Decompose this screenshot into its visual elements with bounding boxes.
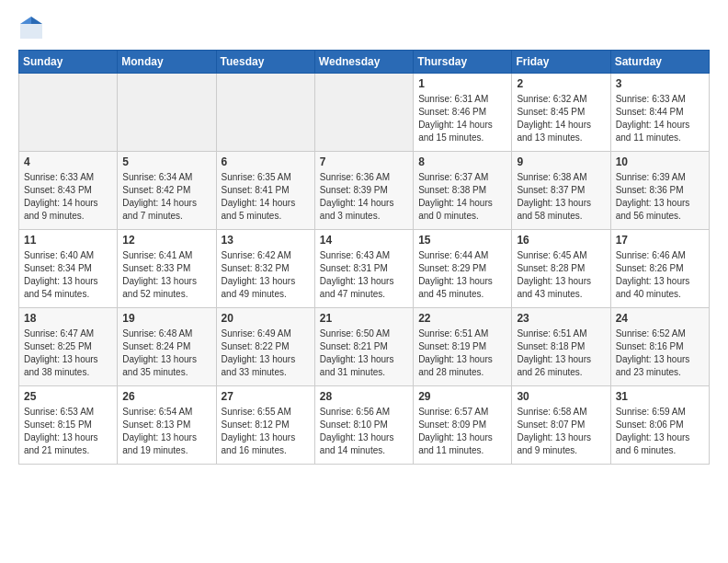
week-row-5: 25Sunrise: 6:53 AMSunset: 8:15 PMDayligh… xyxy=(19,386,710,465)
day-number: 10 xyxy=(616,155,704,168)
day-info: Sunrise: 6:49 AMSunset: 8:22 PMDaylight:… xyxy=(222,327,310,379)
day-info: Sunrise: 6:35 AMSunset: 8:41 PMDaylight:… xyxy=(222,171,310,223)
week-row-1: 1Sunrise: 6:31 AMSunset: 8:46 PMDaylight… xyxy=(19,74,710,152)
day-cell: 18Sunrise: 6:47 AMSunset: 8:25 PMDayligh… xyxy=(19,308,118,386)
day-cell xyxy=(216,74,314,152)
day-info: Sunrise: 6:48 AMSunset: 8:24 PMDaylight:… xyxy=(122,327,210,379)
day-info: Sunrise: 6:38 AMSunset: 8:37 PMDaylight:… xyxy=(517,171,605,223)
day-cell: 1Sunrise: 6:31 AMSunset: 8:46 PMDaylight… xyxy=(414,74,512,152)
day-info: Sunrise: 6:39 AMSunset: 8:36 PMDaylight:… xyxy=(616,171,704,223)
day-cell: 13Sunrise: 6:42 AMSunset: 8:32 PMDayligh… xyxy=(216,230,314,308)
day-info: Sunrise: 6:51 AMSunset: 8:18 PMDaylight:… xyxy=(517,327,605,379)
day-number: 25 xyxy=(24,390,112,403)
calendar-table: SundayMondayTuesdayWednesdayThursdayFrid… xyxy=(18,50,710,465)
day-number: 5 xyxy=(122,155,210,168)
day-cell: 9Sunrise: 6:38 AMSunset: 8:37 PMDaylight… xyxy=(512,152,610,230)
day-info: Sunrise: 6:31 AMSunset: 8:46 PMDaylight:… xyxy=(418,93,506,144)
calendar-header: SundayMondayTuesdayWednesdayThursdayFrid… xyxy=(19,51,710,74)
day-info: Sunrise: 6:52 AMSunset: 8:16 PMDaylight:… xyxy=(616,327,704,379)
day-info: Sunrise: 6:50 AMSunset: 8:21 PMDaylight:… xyxy=(320,327,408,379)
day-number: 30 xyxy=(517,390,605,403)
day-number: 16 xyxy=(517,234,605,247)
day-number: 6 xyxy=(222,155,310,168)
day-info: Sunrise: 6:57 AMSunset: 8:09 PMDaylight:… xyxy=(418,406,506,457)
day-info: Sunrise: 6:55 AMSunset: 8:12 PMDaylight:… xyxy=(222,406,310,457)
day-cell: 6Sunrise: 6:35 AMSunset: 8:41 PMDaylight… xyxy=(216,152,314,230)
day-info: Sunrise: 6:42 AMSunset: 8:32 PMDaylight:… xyxy=(222,249,310,301)
day-cell: 5Sunrise: 6:34 AMSunset: 8:42 PMDaylight… xyxy=(118,152,216,230)
logo xyxy=(18,15,48,40)
day-cell: 7Sunrise: 6:36 AMSunset: 8:39 PMDaylight… xyxy=(314,152,413,230)
day-cell: 22Sunrise: 6:51 AMSunset: 8:19 PMDayligh… xyxy=(414,308,512,386)
header xyxy=(18,15,710,40)
day-number: 4 xyxy=(24,155,112,168)
day-number: 27 xyxy=(222,390,310,403)
logo-icon xyxy=(18,15,44,40)
svg-marker-1 xyxy=(31,17,42,24)
day-info: Sunrise: 6:51 AMSunset: 8:19 PMDaylight:… xyxy=(418,327,506,379)
day-cell: 29Sunrise: 6:57 AMSunset: 8:09 PMDayligh… xyxy=(414,386,512,465)
week-row-4: 18Sunrise: 6:47 AMSunset: 8:25 PMDayligh… xyxy=(19,308,710,386)
header-cell-saturday: Saturday xyxy=(610,51,709,74)
day-number: 11 xyxy=(24,234,112,247)
day-cell: 8Sunrise: 6:37 AMSunset: 8:38 PMDaylight… xyxy=(414,152,512,230)
day-cell: 19Sunrise: 6:48 AMSunset: 8:24 PMDayligh… xyxy=(118,308,216,386)
header-cell-tuesday: Tuesday xyxy=(216,51,314,74)
svg-marker-2 xyxy=(20,17,31,24)
day-cell: 27Sunrise: 6:55 AMSunset: 8:12 PMDayligh… xyxy=(216,386,314,465)
day-number: 17 xyxy=(616,234,704,247)
day-number: 19 xyxy=(122,312,210,325)
day-info: Sunrise: 6:34 AMSunset: 8:42 PMDaylight:… xyxy=(122,171,210,223)
header-row: SundayMondayTuesdayWednesdayThursdayFrid… xyxy=(19,51,710,74)
day-info: Sunrise: 6:54 AMSunset: 8:13 PMDaylight:… xyxy=(122,406,210,457)
day-cell: 25Sunrise: 6:53 AMSunset: 8:15 PMDayligh… xyxy=(19,386,118,465)
day-number: 12 xyxy=(122,234,210,247)
day-number: 22 xyxy=(418,312,506,325)
day-info: Sunrise: 6:58 AMSunset: 8:07 PMDaylight:… xyxy=(517,406,605,457)
day-number: 3 xyxy=(616,77,704,90)
day-number: 2 xyxy=(517,77,605,90)
day-info: Sunrise: 6:45 AMSunset: 8:28 PMDaylight:… xyxy=(517,249,605,301)
day-info: Sunrise: 6:37 AMSunset: 8:38 PMDaylight:… xyxy=(418,171,506,223)
day-info: Sunrise: 6:46 AMSunset: 8:26 PMDaylight:… xyxy=(616,249,704,301)
day-info: Sunrise: 6:40 AMSunset: 8:34 PMDaylight:… xyxy=(24,249,112,301)
day-info: Sunrise: 6:43 AMSunset: 8:31 PMDaylight:… xyxy=(320,249,408,301)
header-cell-sunday: Sunday xyxy=(19,51,118,74)
day-number: 24 xyxy=(616,312,704,325)
day-number: 28 xyxy=(320,390,408,403)
week-row-2: 4Sunrise: 6:33 AMSunset: 8:43 PMDaylight… xyxy=(19,152,710,230)
day-number: 29 xyxy=(418,390,506,403)
day-number: 13 xyxy=(222,234,310,247)
day-cell xyxy=(314,74,413,152)
day-number: 23 xyxy=(517,312,605,325)
day-number: 26 xyxy=(122,390,210,403)
day-number: 9 xyxy=(517,155,605,168)
day-info: Sunrise: 6:36 AMSunset: 8:39 PMDaylight:… xyxy=(320,171,408,223)
day-number: 31 xyxy=(616,390,704,403)
calendar-body: 1Sunrise: 6:31 AMSunset: 8:46 PMDaylight… xyxy=(19,74,710,465)
day-cell: 30Sunrise: 6:58 AMSunset: 8:07 PMDayligh… xyxy=(512,386,610,465)
day-cell: 26Sunrise: 6:54 AMSunset: 8:13 PMDayligh… xyxy=(118,386,216,465)
day-cell: 4Sunrise: 6:33 AMSunset: 8:43 PMDaylight… xyxy=(19,152,118,230)
day-number: 8 xyxy=(418,155,506,168)
day-number: 14 xyxy=(320,234,408,247)
day-cell: 24Sunrise: 6:52 AMSunset: 8:16 PMDayligh… xyxy=(610,308,709,386)
day-info: Sunrise: 6:47 AMSunset: 8:25 PMDaylight:… xyxy=(24,327,112,379)
header-cell-wednesday: Wednesday xyxy=(314,51,413,74)
day-number: 21 xyxy=(320,312,408,325)
day-info: Sunrise: 6:33 AMSunset: 8:43 PMDaylight:… xyxy=(24,171,112,223)
day-info: Sunrise: 6:41 AMSunset: 8:33 PMDaylight:… xyxy=(122,249,210,301)
header-cell-monday: Monday xyxy=(118,51,216,74)
day-cell: 31Sunrise: 6:59 AMSunset: 8:06 PMDayligh… xyxy=(610,386,709,465)
day-cell: 17Sunrise: 6:46 AMSunset: 8:26 PMDayligh… xyxy=(610,230,709,308)
day-number: 20 xyxy=(222,312,310,325)
day-number: 18 xyxy=(24,312,112,325)
day-cell xyxy=(19,74,118,152)
day-info: Sunrise: 6:32 AMSunset: 8:45 PMDaylight:… xyxy=(517,93,605,144)
day-cell: 3Sunrise: 6:33 AMSunset: 8:44 PMDaylight… xyxy=(610,74,709,152)
day-cell: 28Sunrise: 6:56 AMSunset: 8:10 PMDayligh… xyxy=(314,386,413,465)
header-cell-thursday: Thursday xyxy=(414,51,512,74)
day-info: Sunrise: 6:44 AMSunset: 8:29 PMDaylight:… xyxy=(418,249,506,301)
page: SundayMondayTuesdayWednesdayThursdayFrid… xyxy=(0,0,728,479)
day-cell: 2Sunrise: 6:32 AMSunset: 8:45 PMDaylight… xyxy=(512,74,610,152)
